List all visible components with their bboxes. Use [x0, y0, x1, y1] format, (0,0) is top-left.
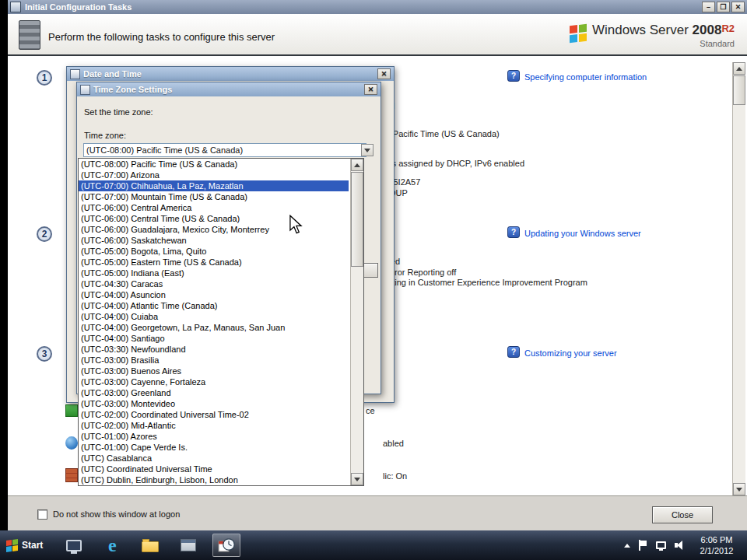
window-footer: Do not show this window at logon Close: [8, 495, 747, 530]
taskbar: Start e: [0, 530, 747, 560]
timezone-option[interactable]: (UTC-03:00) Montevideo: [79, 398, 349, 409]
time-zone-field-label: Time zone:: [84, 131, 126, 140]
network-icon[interactable]: [656, 541, 666, 549]
brand-r2: R2: [721, 23, 735, 34]
time-zone-combobox[interactable]: (UTC-08:00) Pacific Time (US & Canada): [83, 143, 366, 157]
system-tray: 6:06 PM 2/1/2012: [624, 530, 747, 560]
brand-year: 2008: [693, 23, 722, 37]
clock-icon: [70, 69, 80, 79]
timezone-option[interactable]: (UTC-06:00) Guadalajara, Mexico City, Mo…: [79, 224, 349, 235]
timezone-option[interactable]: (UTC-04:00) Atlantic Time (Canada): [79, 300, 349, 311]
timezone-option[interactable]: (UTC-05:00) Bogota, Lima, Quito: [79, 246, 349, 257]
timezone-option[interactable]: (UTC-06:00) Saskatchewan: [79, 235, 349, 246]
background-text-fragment: ess assigned by DHCP, IPv6 enabled: [383, 159, 524, 168]
timezone-dropdown-list: (UTC-08:00) Pacific Time (US & Canada) (…: [78, 158, 364, 486]
background-text-fragment: Error Reporting off: [386, 268, 456, 277]
date-time-clock-icon: [218, 537, 235, 554]
timezone-option[interactable]: (UTC-03:00) Cayenne, Fortaleza: [79, 376, 349, 387]
close-window-button[interactable]: ✕: [731, 2, 745, 12]
time-zone-settings-titlebar: Time Zone Settings ✕: [77, 82, 381, 96]
timezone-option[interactable]: (UTC-04:00) Georgetown, La Paz, Manaus, …: [79, 322, 349, 333]
window-scrollbar[interactable]: [732, 62, 745, 495]
combobox-dropdown-button[interactable]: [361, 144, 374, 156]
timezone-option[interactable]: (UTC-04:00) Cuiaba: [79, 311, 349, 322]
background-text-fragment: ce: [366, 406, 375, 415]
scroll-up-button[interactable]: [733, 62, 745, 75]
section-number-3: 3: [37, 346, 52, 362]
dropdown-scrollbar[interactable]: [350, 159, 363, 485]
clock-time: 6:06 PM: [694, 534, 739, 545]
help-icon: ?: [507, 226, 520, 238]
timezone-option[interactable]: (UTC) Coordinated Universal Time: [79, 464, 349, 474]
timezone-option[interactable]: (UTC-06:00) Central Time (US & Canada): [79, 213, 349, 224]
timezone-option[interactable]: (UTC-08:00) Pacific Time (US & Canada): [79, 159, 349, 170]
maximize-button[interactable]: ❐: [717, 2, 730, 12]
background-text-fragment: lic: On: [383, 471, 407, 481]
timezone-option[interactable]: (UTC-06:00) Central America: [79, 202, 349, 213]
timezone-option[interactable]: (UTC-02:00) Mid-Atlantic: [79, 420, 349, 431]
close-time-zone-settings-button[interactable]: ✕: [364, 84, 377, 95]
timezone-option[interactable]: (UTC-02:00) Coordinated Universal Time-0…: [79, 409, 349, 420]
server-tower-icon: [19, 20, 40, 50]
minimize-button[interactable]: –: [702, 2, 715, 12]
timezone-option[interactable]: (UTC-07:00) Chihuahua, La Paz, Mazatlan: [79, 180, 349, 191]
clock-icon: [80, 85, 90, 95]
partial-button: [362, 263, 378, 278]
window-controls: – ❐ ✕: [702, 2, 745, 12]
timezone-option[interactable]: (UTC-07:00) Arizona: [79, 170, 349, 180]
help-link-updating-your-windows-server[interactable]: Updating your Windows server: [524, 229, 641, 238]
timezone-option[interactable]: (UTC) Casablanca: [79, 453, 349, 464]
help-icon: ?: [507, 346, 520, 358]
timezone-option[interactable]: (UTC) Dublin, Edinburgh, Lisbon, London: [79, 474, 349, 485]
window-header: Perform the following tasks to configure…: [8, 14, 747, 56]
timezone-option[interactable]: (UTC-07:00) Mountain Time (US & Canada): [79, 191, 349, 202]
internet-explorer-icon: e: [108, 537, 117, 553]
dropdown-scroll-down-button[interactable]: [351, 473, 363, 485]
taskbar-clock[interactable]: 6:06 PM 2/1/2012: [694, 534, 739, 556]
taskbar-computer-button[interactable]: [60, 534, 88, 557]
taskbar-configuration-tasks-button[interactable]: [174, 534, 202, 557]
remote-desktop-icon: [65, 404, 78, 417]
brand-name: Windows Server: [592, 23, 689, 37]
start-button[interactable]: Start: [0, 530, 51, 560]
header-text: Perform the following tasks to configure…: [48, 31, 275, 43]
app-icon: [10, 2, 21, 12]
volume-icon[interactable]: [675, 540, 686, 551]
help-link-customizing-your-server[interactable]: Customizing your server: [524, 348, 617, 358]
timezone-option[interactable]: (UTC-03:00) Greenland: [79, 387, 349, 398]
close-button[interactable]: Close: [652, 506, 713, 523]
timezone-option[interactable]: (UTC-04:30) Caracas: [79, 278, 349, 289]
timezone-option[interactable]: (UTC-05:00) Indiana (East): [79, 268, 349, 278]
timezone-option[interactable]: (UTC-04:00) Santiago: [79, 333, 349, 344]
background-text-fragment: 0) Pacific Time (US & Canada): [383, 129, 500, 138]
background-text-fragment: abled: [383, 439, 404, 448]
help-link-specifying-computer-information[interactable]: Specifying computer information: [524, 72, 647, 82]
dropdown-scroll-thumb[interactable]: [351, 172, 363, 267]
taskbar-date-and-time-button[interactable]: [212, 534, 240, 557]
windows-flag-icon: [570, 24, 587, 43]
scroll-down-button[interactable]: [733, 483, 745, 495]
close-date-and-time-button[interactable]: ✕: [377, 68, 391, 79]
section-number-2: 2: [37, 226, 52, 242]
section-number-1: 1: [37, 70, 52, 86]
dropdown-scroll-up-button[interactable]: [351, 159, 363, 171]
timezone-option[interactable]: (UTC-01:00) Azores: [79, 431, 349, 442]
do-not-show-checkbox[interactable]: [37, 509, 47, 520]
show-hidden-icons-chevron[interactable]: [624, 544, 630, 548]
timezone-option[interactable]: (UTC-03:00) Brasilia: [79, 355, 349, 366]
mouse-cursor: [288, 215, 303, 235]
timezone-option[interactable]: (UTC-04:00) Asuncion: [79, 289, 349, 300]
help-icon: ?: [507, 70, 520, 82]
taskbar-explorer-button[interactable]: [136, 534, 164, 557]
window-titlebar: Initial Configuration Tasks – ❐ ✕: [8, 0, 747, 14]
date-and-time-title: Date and Time: [83, 69, 142, 79]
timezone-option[interactable]: (UTC-03:30) Newfoundland: [79, 344, 349, 355]
window-title: Initial Configuration Tasks: [25, 2, 702, 12]
action-center-flag-icon[interactable]: [639, 540, 647, 551]
timezone-option[interactable]: (UTC-03:00) Buenos Aires: [79, 366, 349, 376]
timezone-option[interactable]: (UTC-05:00) Eastern Time (US & Canada): [79, 257, 349, 268]
scroll-thumb[interactable]: [733, 75, 745, 105]
taskbar-internet-explorer-button[interactable]: e: [98, 534, 126, 557]
timezone-option[interactable]: (UTC-01:00) Cape Verde Is.: [79, 442, 349, 453]
windows-start-flag-icon: [6, 538, 18, 551]
